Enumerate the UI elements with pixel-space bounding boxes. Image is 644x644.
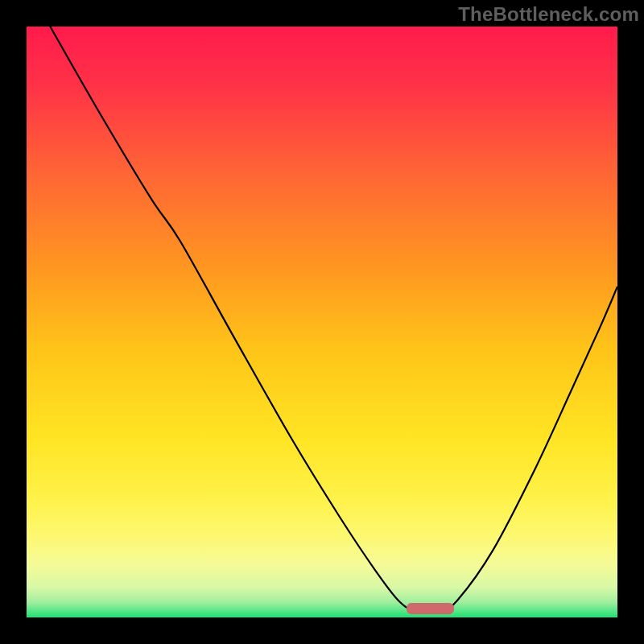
chart-frame: TheBottleneck.com bbox=[0, 0, 644, 644]
plot-area bbox=[27, 27, 617, 617]
optimum-marker bbox=[407, 603, 454, 613]
bottleneck-curve bbox=[27, 27, 617, 617]
watermark-text: TheBottleneck.com bbox=[458, 3, 639, 26]
